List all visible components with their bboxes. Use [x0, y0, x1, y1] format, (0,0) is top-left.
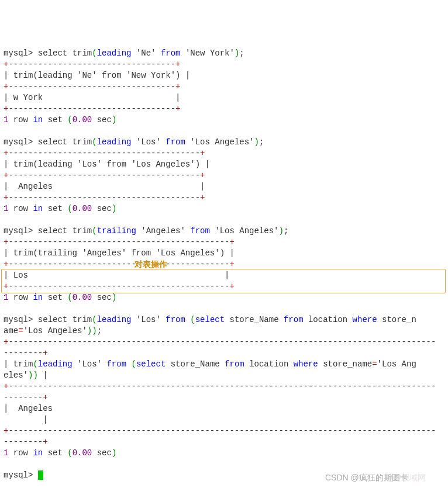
operator: = — [18, 326, 23, 335]
sql-text: store_n — [377, 315, 416, 324]
status-text: set — [43, 115, 67, 124]
sep-plus: + — [43, 348, 47, 358]
prompt: mysql> — [4, 49, 33, 58]
sep-dash: ---------------------------------- — [8, 82, 175, 91]
sep-plus: + — [175, 104, 180, 113]
col-header: store_Name — [166, 359, 225, 369]
sep-plus: + — [43, 437, 47, 447]
sql-text: 'Los Angeles' — [185, 137, 254, 147]
sep-plus: + — [200, 171, 205, 180]
status-text: set — [43, 204, 67, 213]
paren: ) — [92, 326, 97, 335]
keyword: where — [294, 359, 318, 369]
keyword: in — [33, 448, 43, 458]
keyword: from — [166, 315, 185, 324]
paren: ( — [92, 137, 97, 147]
terminal-output: mysql> select trim(leading 'Ne' from 'Ne… — [4, 48, 444, 481]
keyword: leading — [97, 137, 132, 147]
sql-text: 'Los' — [131, 315, 166, 324]
sep-dash: -------- — [4, 437, 43, 447]
col-header: 'Los Ang — [377, 359, 416, 369]
prompt: mysql> — [4, 137, 33, 147]
sep-dash: ----------------------------------------… — [8, 382, 436, 391]
paren: ) — [112, 204, 116, 213]
sql-text: 'Angeles' — [136, 226, 190, 236]
sep-plus: + — [229, 259, 234, 269]
watermark-secondary: 趣传舰域网 — [385, 472, 426, 483]
paren: ) — [279, 226, 284, 236]
sql-text: 'Los Angeles' — [23, 326, 87, 335]
timing: 0.00 — [73, 293, 92, 302]
sep-dash: -------- — [4, 393, 43, 402]
col-header: | trim(leading 'Ne' from 'New York') | — [4, 71, 190, 80]
keyword: select — [136, 359, 166, 369]
sep-dash: --------------------------------------- — [8, 193, 200, 202]
status-text: row — [8, 293, 33, 302]
sql-text: 'New York' — [181, 49, 235, 58]
sql-text: 'Los Angeles' — [210, 226, 279, 236]
sep-dash: ---------------------------------- — [8, 60, 175, 69]
sql-text: select trim — [33, 226, 92, 236]
paren: ( — [92, 226, 97, 236]
sql-text: select trim — [33, 315, 92, 324]
keyword: where — [353, 315, 377, 324]
row-value: | w York | — [4, 93, 180, 102]
row-value: | Angeles | — [4, 182, 205, 191]
sep-plus: + — [200, 148, 205, 158]
annotation-label: 对表操作 — [135, 259, 167, 270]
sep-dash: ----------------------------------------… — [8, 237, 229, 247]
keyword: leading — [97, 315, 132, 324]
paren: ) — [87, 326, 92, 335]
sep-dash: -------- — [4, 348, 43, 358]
status-text: sec — [92, 448, 112, 458]
prompt[interactable]: mysql> — [4, 470, 38, 480]
sql-text: select trim — [33, 49, 92, 58]
sql-text: ame — [4, 326, 18, 335]
col-header: | trim(leading 'Los' from 'Los Angeles')… — [4, 160, 210, 169]
paren: ( — [92, 49, 97, 58]
sep-plus: + — [200, 193, 205, 202]
status-text: row — [8, 204, 33, 213]
semi: ; — [239, 49, 244, 58]
keyword: from — [166, 137, 185, 147]
paren: ( — [190, 315, 195, 324]
col-header: eles' — [4, 371, 28, 380]
semi: ; — [259, 137, 264, 147]
sep-dash: ---------------------------------- — [8, 104, 175, 113]
paren: ( — [33, 359, 37, 369]
status-text: set — [43, 293, 67, 302]
sql-text: select trim — [33, 137, 92, 147]
paren: ) — [33, 371, 37, 380]
status-text: sec — [92, 293, 112, 302]
paren: ( — [67, 115, 72, 124]
status-text: row — [8, 448, 33, 458]
col-header: | trim — [4, 359, 33, 369]
paren: ( — [67, 293, 72, 302]
status-text: sec — [92, 204, 112, 213]
timing: 0.00 — [73, 448, 92, 458]
prompt: mysql> — [4, 315, 33, 324]
col-header: store_name — [318, 359, 372, 369]
sep-dash: ----------------------------------------… — [8, 282, 229, 291]
sep-plus: + — [229, 282, 234, 291]
timing: 0.00 — [73, 204, 92, 213]
keyword: select — [195, 315, 225, 324]
sql-text: 'Los' — [131, 137, 166, 147]
semi: ; — [97, 326, 102, 335]
col-header: 'Los' — [73, 359, 107, 369]
timing: 0.00 — [73, 115, 92, 124]
keyword: from — [225, 359, 244, 369]
keyword: from — [161, 49, 181, 58]
paren: ) — [112, 448, 116, 458]
keyword: from — [284, 315, 304, 324]
sep-dash: ----------------------------------------… — [8, 259, 229, 269]
sql-text: store_Name — [225, 315, 284, 324]
status-text: sec — [92, 115, 112, 124]
sql-text: location — [304, 315, 353, 324]
sep-dash: --------------------------------------- — [8, 148, 200, 158]
keyword: leading — [38, 359, 73, 369]
operator: = — [372, 359, 377, 369]
paren: ) — [254, 137, 259, 147]
sql-text: 'Ne' — [131, 49, 160, 58]
keyword: in — [33, 115, 43, 124]
